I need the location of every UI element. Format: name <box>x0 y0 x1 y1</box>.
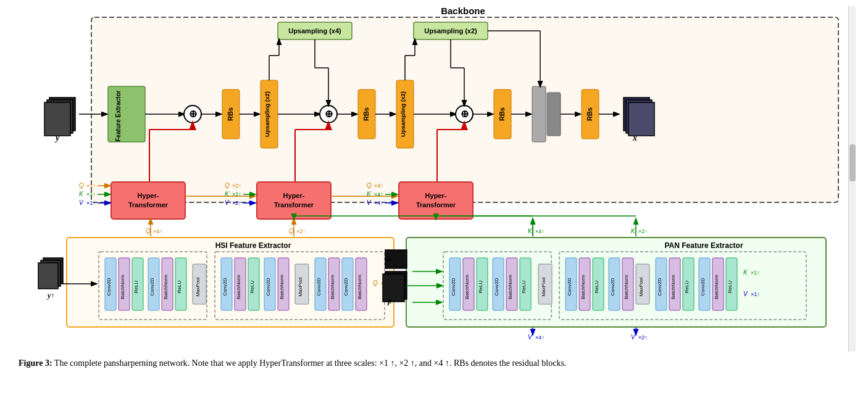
svg-text:RBs: RBs <box>227 107 234 121</box>
svg-rect-133 <box>315 258 326 310</box>
svg-rect-163 <box>609 258 620 310</box>
svg-rect-21 <box>396 80 414 148</box>
svg-text:Transformer: Transformer <box>416 201 456 209</box>
svg-text:×2↑: ×2↑ <box>638 228 648 234</box>
svg-text:ReLU: ReLU <box>249 281 255 294</box>
svg-text:×1↑: ×1↑ <box>380 280 390 286</box>
svg-text:Conv2D: Conv2D <box>343 278 349 296</box>
caption-text: The complete pansharperning network. Not… <box>54 358 567 368</box>
svg-text:BatchNorm: BatchNorm <box>670 275 676 299</box>
svg-rect-2 <box>108 86 145 142</box>
svg-rect-167 <box>636 264 649 304</box>
svg-rect-111 <box>132 258 143 310</box>
svg-rect-121 <box>221 258 232 310</box>
diagram-svg: Backbone Feature Extractor ⊕ RBs Upsampl… <box>12 6 856 352</box>
svg-rect-165 <box>622 258 633 310</box>
svg-text:×1↑: ×1↑ <box>751 291 760 297</box>
svg-rect-139 <box>356 258 367 310</box>
svg-rect-101 <box>99 252 207 320</box>
svg-text:MaxPool: MaxPool <box>195 277 201 296</box>
svg-rect-137 <box>342 258 353 310</box>
svg-rect-147 <box>477 258 488 310</box>
svg-text:V: V <box>225 199 230 206</box>
svg-text:p: p <box>387 297 391 305</box>
diagram-area: Backbone Feature Extractor ⊕ RBs Upsampl… <box>12 6 856 352</box>
svg-text:Conv2D: Conv2D <box>149 278 155 296</box>
svg-rect-177 <box>712 258 724 310</box>
svg-text:ReLU: ReLU <box>478 281 483 294</box>
svg-text:Hyper-: Hyper- <box>138 192 159 199</box>
svg-text:×4↑: ×4↑ <box>153 228 162 234</box>
svg-text:RBs: RBs <box>498 107 506 121</box>
svg-rect-208 <box>44 102 70 136</box>
svg-text:Conv2D: Conv2D <box>222 278 228 296</box>
svg-text:BatchNorm: BatchNorm <box>714 275 719 299</box>
svg-rect-210 <box>626 100 652 133</box>
svg-text:BatchNorm: BatchNorm <box>120 275 125 299</box>
svg-rect-63 <box>111 182 185 219</box>
svg-point-6 <box>184 106 201 123</box>
svg-text:Q: Q <box>79 182 84 189</box>
svg-text:Conv2D: Conv2D <box>700 278 706 296</box>
scrollbar[interactable] <box>848 6 856 352</box>
svg-rect-161 <box>593 258 604 310</box>
svg-text:Q: Q <box>373 279 378 286</box>
svg-rect-171 <box>669 258 680 310</box>
scrollbar-thumb[interactable] <box>849 144 856 181</box>
svg-text:Feature Extractor: Feature Extractor <box>115 90 122 141</box>
svg-rect-38 <box>414 22 488 39</box>
svg-rect-0 <box>91 17 838 202</box>
svg-rect-33 <box>582 89 599 139</box>
svg-text:x: x <box>632 133 637 143</box>
svg-rect-27 <box>494 89 511 139</box>
page-container: Backbone Feature Extractor ⊕ RBs Upsampl… <box>0 0 868 414</box>
svg-text:BatchNorm: BatchNorm <box>624 275 629 299</box>
svg-rect-109 <box>119 258 130 310</box>
svg-text:Q: Q <box>146 228 151 234</box>
svg-rect-103 <box>406 238 826 327</box>
svg-text:V: V <box>631 334 636 341</box>
svg-rect-216 <box>383 274 404 302</box>
svg-rect-123 <box>235 258 246 310</box>
svg-text:BatchNorm: BatchNorm <box>236 275 241 299</box>
svg-text:V: V <box>79 199 84 206</box>
svg-text:×2↑: ×2↑ <box>638 334 648 341</box>
svg-rect-105 <box>443 252 551 320</box>
svg-text:MaxPool: MaxPool <box>298 277 303 296</box>
svg-rect-217 <box>385 250 407 268</box>
svg-text:Conv2D: Conv2D <box>610 278 616 296</box>
svg-text:Upsampling (x2): Upsampling (x2) <box>424 27 477 35</box>
svg-text:×2↑: ×2↑ <box>232 200 241 206</box>
svg-rect-155 <box>538 264 552 304</box>
svg-text:K: K <box>743 269 748 276</box>
svg-text:ReLU: ReLU <box>133 281 139 294</box>
svg-text:ReLU: ReLU <box>684 281 690 294</box>
svg-rect-214 <box>38 263 58 289</box>
svg-rect-143 <box>449 258 461 310</box>
svg-text:K: K <box>528 228 533 234</box>
svg-rect-173 <box>683 258 694 310</box>
svg-text:Conv2D: Conv2D <box>316 278 322 296</box>
svg-text:RBs: RBs <box>586 107 593 121</box>
svg-text:Q: Q <box>289 228 294 234</box>
svg-rect-102 <box>215 252 385 320</box>
svg-rect-113 <box>148 258 159 310</box>
svg-text:PAN Feature Extractor: PAN Feature Extractor <box>664 241 743 250</box>
svg-text:⊕: ⊕ <box>325 109 333 119</box>
svg-rect-31 <box>547 93 561 136</box>
svg-rect-131 <box>295 264 309 304</box>
svg-text:×2↑: ×2↑ <box>232 183 241 189</box>
svg-text:p↓: p↓ <box>386 255 393 263</box>
svg-text:MaxPool: MaxPool <box>638 277 644 296</box>
svg-text:V: V <box>367 199 372 206</box>
svg-rect-107 <box>105 258 116 310</box>
svg-rect-127 <box>264 258 275 310</box>
svg-rect-213 <box>41 260 61 286</box>
svg-rect-66 <box>257 182 331 219</box>
svg-text:BatchNorm: BatchNorm <box>507 275 513 299</box>
svg-rect-12 <box>261 80 278 148</box>
svg-rect-119 <box>193 264 206 304</box>
svg-text:ReLU: ReLU <box>177 281 182 294</box>
svg-rect-145 <box>463 258 474 310</box>
svg-text:×1↑: ×1↑ <box>86 183 96 189</box>
